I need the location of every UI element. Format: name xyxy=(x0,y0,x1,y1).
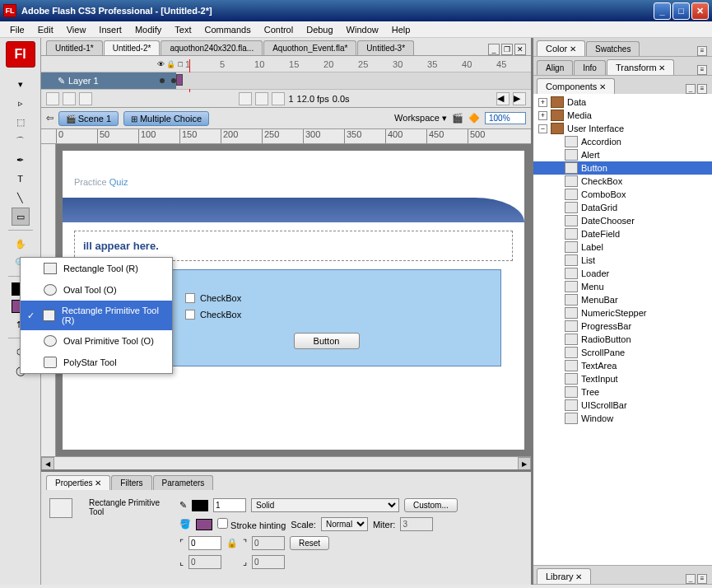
tree-item[interactable]: RadioButton xyxy=(533,333,712,346)
flyout-item[interactable]: Rectangle Tool (R) xyxy=(21,258,172,279)
text-tool[interactable]: T xyxy=(12,170,30,188)
stroke-width-input[interactable] xyxy=(213,498,246,512)
menu-text[interactable]: Text xyxy=(168,23,198,36)
flyout-item[interactable]: Oval Primitive Tool (O) xyxy=(21,330,172,352)
subselection-tool[interactable]: ▹ xyxy=(12,94,30,112)
corner-tl-input[interactable] xyxy=(188,536,221,550)
tree-item[interactable]: TextInput xyxy=(533,372,712,385)
pen-tool[interactable]: ✒ xyxy=(12,151,30,169)
panel-menu-icon[interactable]: ≡ xyxy=(697,84,707,94)
panel-collapse-icon[interactable]: _ xyxy=(686,84,696,94)
swatches-tab[interactable]: Swatches xyxy=(586,41,640,56)
document-tab[interactable]: Untitled-2* xyxy=(104,40,161,55)
color-tab[interactable]: Color ✕ xyxy=(537,40,585,56)
workspace-menu[interactable]: Workspace ▾ xyxy=(394,113,447,124)
tree-item[interactable]: Menu xyxy=(533,280,712,293)
tree-item[interactable]: Label xyxy=(533,240,712,254)
scene-crumb[interactable]: 🎬 Scene 1 xyxy=(58,111,119,126)
flyout-item[interactable]: PolyStar Tool xyxy=(21,352,172,373)
tree-item[interactable]: DateChooser xyxy=(533,214,712,227)
onion-outline-button[interactable] xyxy=(255,92,268,105)
tree-item[interactable]: DataGrid xyxy=(533,201,712,214)
document-tab[interactable]: Aquothon_Event.fla* xyxy=(263,40,356,55)
tree-item[interactable]: MenuBar xyxy=(533,293,712,306)
onion-skin-button[interactable] xyxy=(239,92,252,105)
tree-item[interactable]: +Media xyxy=(533,109,712,122)
reset-button[interactable]: Reset xyxy=(290,536,329,550)
delete-layer-button[interactable] xyxy=(79,92,92,105)
button-component[interactable]: Button xyxy=(294,333,360,349)
document-tab[interactable]: aquothon240x320.fla... xyxy=(161,40,263,55)
tree-item[interactable]: +Data xyxy=(533,96,712,109)
menu-file[interactable]: File xyxy=(3,23,31,36)
tree-item[interactable]: Loader xyxy=(533,267,712,280)
scroll-left[interactable]: ◀ xyxy=(496,92,510,105)
menu-view[interactable]: View xyxy=(60,23,93,36)
align-tab[interactable]: Align xyxy=(537,60,573,75)
symbol-crumb[interactable]: ⊞ Multiple Choice xyxy=(123,111,209,126)
custom-stroke-button[interactable]: Custom... xyxy=(404,498,458,512)
library-tab[interactable]: Library ✕ xyxy=(537,568,591,584)
menu-debug[interactable]: Debug xyxy=(300,23,339,36)
menu-edit[interactable]: Edit xyxy=(31,23,60,36)
properties-tab-filters[interactable]: Filters xyxy=(111,475,151,490)
tree-item[interactable]: −User Interface xyxy=(533,122,712,135)
tree-item[interactable]: ScrollPane xyxy=(533,346,712,359)
menu-commands[interactable]: Commands xyxy=(198,23,257,36)
document-tab[interactable]: Untitled-3* xyxy=(357,40,414,55)
minimize-button[interactable]: _ xyxy=(654,2,671,20)
menu-insert[interactable]: Insert xyxy=(92,23,128,36)
eye-icon[interactable]: 👁 xyxy=(156,60,166,68)
tree-item[interactable]: ComboBox xyxy=(533,188,712,201)
new-folder-button[interactable] xyxy=(63,92,76,105)
tree-item[interactable]: List xyxy=(533,254,712,267)
timeline-layer[interactable]: ✎Layer 1 xyxy=(41,72,531,89)
components-tab[interactable]: Components ✕ xyxy=(537,78,615,94)
tree-item[interactable]: DateField xyxy=(533,227,712,240)
transform-tab[interactable]: Transform ✕ xyxy=(607,59,675,75)
tree-item[interactable]: Alert xyxy=(533,148,712,161)
close-button[interactable]: ✕ xyxy=(691,2,709,20)
tree-item[interactable]: Accordion xyxy=(533,135,712,148)
back-icon[interactable]: ⇦ xyxy=(46,113,54,124)
selection-tool[interactable]: ▾ xyxy=(12,75,30,93)
scale-select[interactable]: Normal xyxy=(321,517,368,531)
document-tab[interactable]: Untitled-1* xyxy=(46,40,103,55)
maximize-button[interactable]: □ xyxy=(672,2,690,20)
menu-window[interactable]: Window xyxy=(340,23,385,36)
panel-menu-icon[interactable]: ≡ xyxy=(697,574,707,584)
rectangle-tool[interactable]: ▭ xyxy=(12,208,30,226)
zoom-field[interactable] xyxy=(485,112,526,124)
keyframe[interactable] xyxy=(176,74,183,86)
link-icon[interactable]: 🔒 xyxy=(226,538,238,548)
flyout-item[interactable]: Oval Tool (O) xyxy=(21,279,172,301)
hand-tool[interactable]: ✋ xyxy=(12,235,30,253)
outline-icon[interactable]: □ xyxy=(175,60,185,68)
lasso-tool[interactable]: ⌒ xyxy=(12,132,30,150)
line-tool[interactable]: ╲ xyxy=(12,189,30,207)
tree-item[interactable]: UIScrollBar xyxy=(533,399,712,412)
free-transform-tool[interactable]: ⬚ xyxy=(12,113,30,131)
doc-close[interactable]: ✕ xyxy=(514,44,526,55)
stroke-swatch[interactable] xyxy=(192,500,208,511)
properties-tab-properties[interactable]: Properties ✕ xyxy=(46,475,110,490)
tree-item[interactable]: Button xyxy=(533,161,712,175)
doc-minimize[interactable]: _ xyxy=(488,44,500,55)
flyout-item[interactable]: ✓Rectangle Primitive Tool (R) xyxy=(21,301,172,330)
scroll-right[interactable]: ▶ xyxy=(513,92,526,105)
lock-icon[interactable]: 🔒 xyxy=(166,60,176,68)
edit-multi-button[interactable] xyxy=(272,92,285,105)
new-layer-button[interactable] xyxy=(46,92,59,105)
checkbox-component-2[interactable]: CheckBox xyxy=(185,310,468,320)
menu-help[interactable]: Help xyxy=(385,23,417,36)
tree-item[interactable]: Window xyxy=(533,412,712,425)
tree-item[interactable]: CheckBox xyxy=(533,175,712,188)
tree-item[interactable]: ProgressBar xyxy=(533,320,712,333)
properties-tab-parameters[interactable]: Parameters xyxy=(153,475,214,490)
info-tab[interactable]: Info xyxy=(574,60,606,75)
menu-modify[interactable]: Modify xyxy=(128,23,168,36)
tree-item[interactable]: NumericStepper xyxy=(533,306,712,320)
stage-scrollbar-h[interactable]: ◀▶ xyxy=(41,456,531,469)
panel-collapse-icon[interactable]: _ xyxy=(686,574,696,584)
checkbox-component-1[interactable]: CheckBox xyxy=(185,293,468,303)
